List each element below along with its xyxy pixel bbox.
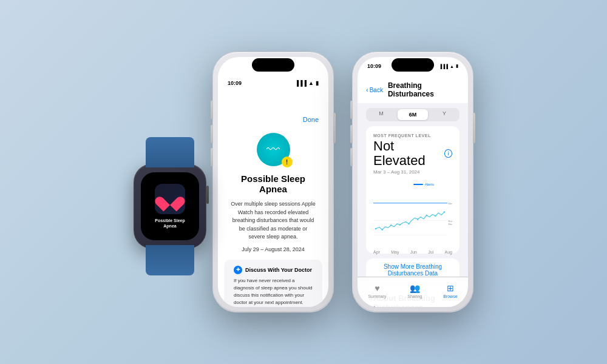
volume-down-button-2[interactable] (350, 148, 353, 166)
legend-line (413, 184, 423, 185)
svg-point-11 (435, 215, 436, 217)
watch-band-top (146, 137, 194, 167)
done-button[interactable]: Done (303, 116, 319, 123)
back-label: Back (370, 87, 383, 93)
silent-button-2[interactable] (350, 101, 353, 119)
signal-icon: ▐▐▐ (295, 80, 307, 86)
silent-button[interactable] (211, 101, 213, 119)
svg-text:Elevated: Elevated (449, 223, 453, 226)
date-range: Mar 3 – Aug 31, 2024 (373, 169, 452, 175)
x-label-may: May (391, 250, 399, 254)
segment-6m[interactable]: 6M (398, 109, 428, 120)
back-button[interactable]: ‹ Back (366, 86, 383, 93)
phone1-content: 10:09 ▐▐▐ ▲ ▮ Done 〰 ! (218, 57, 328, 307)
volume-down-button[interactable] (211, 148, 213, 166)
status-icons-1: ▐▐▐ ▲ ▮ (295, 80, 319, 86)
discuss-title: Discuss With Your Doctor (245, 267, 312, 273)
battery-icon-2: ▮ (456, 64, 458, 69)
x-label-jun: Jun (410, 250, 417, 254)
watch-screen: Possible Sleep Apnea (141, 172, 199, 240)
iphone-sleep-apnea: 10:09 ▐▐▐ ▲ ▮ Done 〰 ! (212, 52, 334, 312)
apple-watch: Possible Sleep Apnea (134, 164, 206, 249)
volume-up-button-2[interactable] (350, 125, 353, 143)
done-header: Done (218, 89, 328, 128)
svg-text:Elevated: Elevated (449, 203, 453, 206)
browse-label: Browse (443, 294, 457, 298)
chart-area: Alerts (373, 180, 452, 246)
svg-point-4 (375, 228, 376, 229)
tab-sharing[interactable]: 👥 Sharing (407, 283, 422, 298)
discuss-doctor-icon: ✚ (234, 266, 242, 274)
watch-label: Possible Sleep Apnea (151, 218, 188, 229)
tab-bar: ♥ Summary 👥 Sharing ⊞ Browse (358, 277, 468, 307)
iphone-breathing-disturbances: 10:09 ▐▐▐ ▲ ▮ ‹ Back Breathing Disturban… (352, 52, 473, 312)
svg-point-8 (408, 223, 409, 224)
discuss-extra-text: You can export a chart of your breathing… (234, 306, 313, 308)
svg-point-12 (444, 212, 445, 213)
svg-point-6 (390, 224, 392, 226)
volume-up-button[interactable] (211, 125, 213, 143)
sharing-label: Sharing (407, 294, 422, 298)
segment-m[interactable]: M (366, 108, 396, 121)
time-display-2: 10:09 (367, 63, 381, 69)
tab-summary[interactable]: ♥ Summary (368, 283, 386, 298)
status-icons-2: ▐▐▐ ▲ ▮ (439, 64, 458, 69)
signal-icon-2: ▐▐▐ (439, 64, 448, 69)
wifi-icon: ▲ (308, 80, 314, 86)
legend-label: Alerts (425, 183, 434, 186)
watch-band-bottom (146, 245, 194, 275)
phone1-description: Over multiple sleep sessions Apple Watch… (218, 200, 328, 241)
not-elevated-title: Not Elevated (373, 139, 442, 168)
waves-icon: 〰 (266, 142, 280, 158)
watch-crown (206, 186, 209, 204)
scene: Possible Sleep Apnea 10:09 ▐▐▐ ▲ ▮ (134, 52, 473, 312)
x-label-jul: Jul (428, 250, 433, 254)
sharing-icon: 👥 (410, 283, 420, 293)
chart-x-labels: Apr May Jun Jul Aug (373, 249, 452, 254)
battery-icon: ▮ (316, 80, 319, 86)
alert-icon-container: 〰 ! (218, 133, 328, 166)
discuss-header: ✚ Discuss With Your Doctor (234, 266, 313, 274)
sleep-apnea-alert-icon: 〰 ! (257, 133, 290, 166)
warning-badge: ! (282, 157, 293, 167)
x-label-apr: Apr (373, 250, 380, 254)
svg-point-7 (399, 224, 401, 226)
nav-title: Breathing Disturbances (388, 81, 459, 98)
alerts-legend: Alerts (413, 183, 434, 186)
discuss-text: If you have never received a diagnosis o… (234, 277, 313, 306)
phone1-date: July 29 – August 28, 2024 (218, 246, 328, 252)
svg-point-5 (381, 229, 382, 231)
heart-icon (161, 190, 179, 207)
segment-control[interactable]: M 6M Y (366, 108, 459, 121)
browse-icon: ⊞ (447, 283, 454, 293)
svg-point-9 (417, 219, 418, 220)
power-button-2[interactable] (473, 113, 475, 143)
breathing-chart: Elevated Not Elevated (373, 180, 452, 246)
dynamic-island-2 (392, 58, 434, 72)
segment-y[interactable]: Y (429, 108, 459, 121)
x-label-aug: Aug (445, 250, 452, 254)
summary-icon: ♥ (375, 283, 379, 293)
discuss-section: ✚ Discuss With Your Doctor If you have n… (224, 260, 322, 308)
power-button[interactable] (333, 113, 336, 143)
dynamic-island (252, 58, 294, 72)
wifi-icon-2: ▲ (450, 64, 454, 69)
summary-label: Summary (368, 294, 386, 298)
back-chevron-icon: ‹ (366, 86, 368, 93)
most-frequent-label: MOST FREQUENT LEVEL (373, 133, 452, 138)
health-card: MOST FREQUENT LEVEL Not Elevated i Mar 3… (366, 126, 459, 254)
svg-point-10 (426, 215, 427, 216)
phone1-title: Possible Sleep Apnea (218, 174, 328, 194)
tab-browse[interactable]: ⊞ Browse (443, 283, 457, 298)
time-display-1: 10:09 (228, 80, 242, 86)
info-button[interactable]: i (444, 149, 452, 158)
watch-app-icon (155, 184, 185, 214)
